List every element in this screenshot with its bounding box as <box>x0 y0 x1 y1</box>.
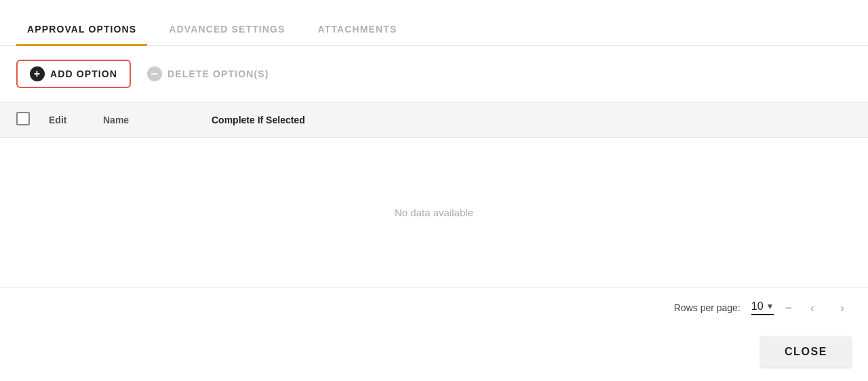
pagination-next-button[interactable]: › <box>833 298 852 317</box>
rows-per-page-label: Rows per page: <box>674 302 741 313</box>
header-checkbox-col <box>16 112 49 128</box>
minus-icon: − <box>147 66 162 81</box>
plus-icon: + <box>30 66 45 81</box>
tabs-bar: APPROVAL OPTIONS ADVANCED SETTINGS ATTAC… <box>0 0 868 46</box>
table-header: Edit Name Complete If Selected <box>0 102 868 138</box>
rows-per-page-value: 10 <box>751 300 764 313</box>
rows-per-page-select[interactable]: 10 ▼ <box>751 300 774 315</box>
toolbar: + ADD OPTION − DELETE OPTION(S) <box>0 46 868 102</box>
footer-bar: CLOSE <box>0 328 868 381</box>
tab-advanced-settings[interactable]: ADVANCED SETTINGS <box>158 14 296 46</box>
pagination-bar: Rows per page: 10 ▼ − ‹ › <box>0 287 868 328</box>
delete-option-label: DELETE OPTION(S) <box>167 68 269 79</box>
tab-attachments[interactable]: ATTACHMENTS <box>307 14 408 46</box>
header-edit-col: Edit <box>49 115 103 125</box>
header-name-col: Name <box>103 115 212 125</box>
header-complete-col: Complete If Selected <box>212 115 852 125</box>
select-all-checkbox[interactable] <box>16 112 30 125</box>
pagination-prev-button[interactable]: ‹ <box>803 298 822 317</box>
table-container: Edit Name Complete If Selected No data a… <box>0 102 868 287</box>
pagination-dash[interactable]: − <box>785 301 792 315</box>
delete-option-button[interactable]: − DELETE OPTION(S) <box>147 66 269 81</box>
close-button[interactable]: CLOSE <box>760 336 852 367</box>
add-option-button[interactable]: + ADD OPTION <box>16 60 131 88</box>
tab-approval-options[interactable]: APPROVAL OPTIONS <box>16 14 147 46</box>
table-body: No data available <box>0 138 868 287</box>
no-data-message: No data available <box>395 207 473 218</box>
page-container: APPROVAL OPTIONS ADVANCED SETTINGS ATTAC… <box>0 0 868 381</box>
chevron-down-icon: ▼ <box>766 302 774 311</box>
add-option-label: ADD OPTION <box>50 68 117 79</box>
